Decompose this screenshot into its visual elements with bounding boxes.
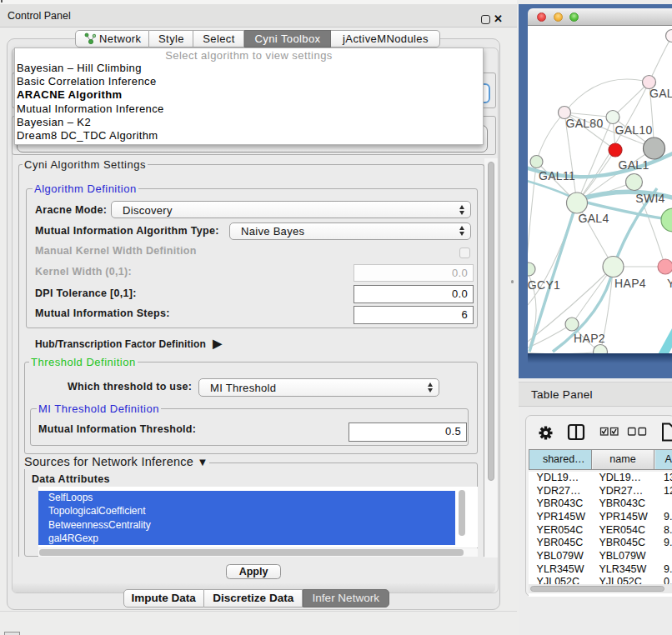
svg-text:HAP4: HAP4: [614, 277, 646, 290]
svg-text:GAL80: GAL80: [565, 117, 603, 130]
svg-text:SWI4: SWI4: [635, 192, 664, 205]
svg-text:GAL1: GAL1: [619, 158, 649, 172]
svg-text:GAL10: GAL10: [614, 123, 652, 137]
svg-text:GAL11: GAL11: [539, 169, 575, 182]
svg-text:HAP2: HAP2: [574, 332, 605, 345]
svg-text:Y: Y: [667, 277, 672, 290]
svg-text:GCY1: GCY1: [528, 278, 560, 292]
svg-text:GAL4: GAL4: [579, 212, 609, 225]
svg-text:GAL7: GAL7: [649, 87, 672, 100]
